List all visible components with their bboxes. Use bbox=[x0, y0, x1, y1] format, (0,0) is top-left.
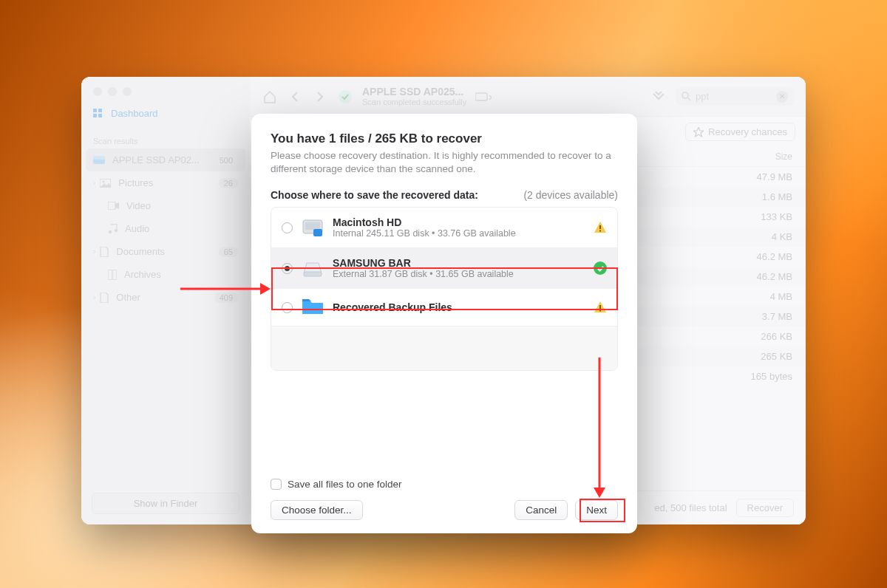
svg-rect-2 bbox=[93, 114, 97, 117]
recovery-modal: You have 1 files / 265 KB to recover Ple… bbox=[251, 114, 637, 533]
svg-point-15 bbox=[682, 92, 688, 98]
external-disk-icon bbox=[302, 259, 324, 278]
min-dot[interactable] bbox=[108, 87, 117, 96]
nav-fwd-icon[interactable] bbox=[312, 89, 328, 105]
footer-summary: ed, 500 files total bbox=[654, 502, 727, 513]
sidebar-item-label: Audio bbox=[125, 223, 149, 234]
cancel-button[interactable]: Cancel bbox=[514, 500, 568, 520]
star-icon bbox=[693, 127, 704, 137]
save-all-checkbox-row[interactable]: Save all files to one folder bbox=[271, 473, 618, 500]
next-button[interactable]: Next bbox=[575, 500, 618, 520]
sidebar-item-video[interactable]: Video bbox=[81, 194, 250, 217]
chevron-right-icon: › bbox=[93, 293, 95, 301]
sidebar-item-label: Other bbox=[116, 292, 140, 303]
destination-title: Recovered Backup Files bbox=[333, 301, 452, 313]
document-icon bbox=[100, 247, 109, 257]
recover-button[interactable]: Recover bbox=[736, 499, 794, 517]
sidebar-item-audio[interactable]: Audio bbox=[81, 217, 250, 240]
destination-title: SAMSUNG BAR bbox=[333, 257, 514, 269]
destination-option[interactable]: Macintosh HD Internal 245.11 GB disk • 3… bbox=[271, 208, 617, 247]
choose-folder-button[interactable]: Choose folder... bbox=[271, 500, 363, 520]
nav-back-icon[interactable] bbox=[287, 89, 303, 105]
audio-icon bbox=[108, 224, 118, 234]
folder-icon bbox=[302, 298, 324, 317]
svg-point-7 bbox=[103, 180, 105, 182]
disk-icon bbox=[93, 156, 105, 165]
show-in-finder-button[interactable]: Show in Finder bbox=[92, 493, 239, 514]
sidebar-item-count: 409 bbox=[214, 293, 238, 303]
show-in-finder-label: Show in Finder bbox=[134, 498, 198, 509]
svg-rect-14 bbox=[475, 93, 487, 100]
svg-rect-24 bbox=[599, 310, 601, 312]
warning-icon bbox=[594, 221, 607, 234]
archive-icon bbox=[108, 270, 117, 280]
radio[interactable] bbox=[282, 263, 293, 274]
save-all-label: Save all files to one folder bbox=[288, 479, 402, 490]
sidebar-section-header: Scan results bbox=[81, 125, 250, 148]
recovery-chances-label: Recovery chances bbox=[708, 126, 787, 137]
toolbar-subtitle: Scan completed successfully bbox=[362, 98, 466, 106]
destination-option-selected[interactable]: SAMSUNG BAR External 31.87 GB disk • 31.… bbox=[271, 247, 617, 288]
sidebar-item-label: Archives bbox=[124, 269, 161, 280]
destination-detail: Internal 245.11 GB disk • 33.76 GB avail… bbox=[333, 228, 516, 239]
recover-label: Recover bbox=[747, 502, 783, 513]
next-label: Next bbox=[586, 505, 607, 516]
window-traffic-lights bbox=[81, 77, 250, 102]
modal-actions: Choose folder... Cancel Next bbox=[271, 500, 618, 520]
svg-rect-19 bbox=[313, 229, 322, 236]
choose-label: Choose where to save the recovered data: bbox=[271, 189, 478, 201]
sidebar-item-count: 500 bbox=[214, 155, 238, 165]
radio[interactable] bbox=[282, 302, 293, 313]
modal-subtitle: Please choose recovery destination. It i… bbox=[271, 149, 618, 176]
svg-rect-20 bbox=[599, 225, 601, 229]
clear-search-icon[interactable]: ✕ bbox=[776, 91, 788, 103]
video-icon bbox=[108, 202, 119, 210]
picture-icon bbox=[100, 179, 111, 188]
svg-point-9 bbox=[109, 230, 112, 233]
sidebar-item-label: Pictures bbox=[118, 177, 153, 188]
devices-available: (2 devices available) bbox=[523, 189, 618, 201]
destination-list: Macintosh HD Internal 245.11 GB disk • 3… bbox=[271, 207, 618, 371]
svg-rect-3 bbox=[98, 114, 102, 117]
cancel-label: Cancel bbox=[526, 505, 557, 516]
search-text: ppt bbox=[696, 91, 709, 102]
sidebar-item-pictures[interactable]: › Pictures 26 bbox=[81, 171, 250, 194]
svg-line-16 bbox=[687, 98, 690, 100]
destination-filler bbox=[271, 326, 617, 370]
search-icon bbox=[682, 92, 691, 101]
destination-option[interactable]: Recovered Backup Files bbox=[271, 288, 617, 326]
home-icon[interactable] bbox=[262, 89, 278, 105]
sidebar: Dashboard Scan results APPLE SSD AP02...… bbox=[81, 77, 250, 524]
sidebar-dashboard-label: Dashboard bbox=[111, 108, 158, 119]
toolbar-title: APPLE SSD AP025... Scan completed succes… bbox=[362, 86, 466, 106]
sidebar-dashboard[interactable]: Dashboard bbox=[81, 102, 250, 125]
svg-rect-21 bbox=[599, 230, 601, 232]
radio[interactable] bbox=[282, 222, 293, 233]
toolbar: APPLE SSD AP025... Scan completed succes… bbox=[250, 77, 806, 117]
svg-rect-23 bbox=[599, 305, 601, 309]
svg-point-10 bbox=[115, 228, 118, 232]
grid-icon bbox=[93, 109, 103, 119]
destination-title: Macintosh HD bbox=[333, 216, 516, 228]
sidebar-item-disk[interactable]: APPLE SSD AP02... 500 bbox=[86, 148, 245, 171]
destination-detail: External 31.87 GB disk • 31.65 GB availa… bbox=[333, 269, 514, 279]
view-mode-icon[interactable] bbox=[475, 89, 492, 105]
sidebar-item-documents[interactable]: › Documents 65 bbox=[81, 240, 250, 263]
svg-rect-18 bbox=[305, 222, 320, 230]
sidebar-item-label: Video bbox=[126, 200, 151, 211]
scan-ok-icon bbox=[337, 89, 353, 105]
sidebar-item-label: Documents bbox=[116, 246, 165, 257]
sidebar-item-other[interactable]: › Other 409 bbox=[81, 286, 250, 309]
toolbar-title-text: APPLE SSD AP025... bbox=[362, 86, 466, 98]
search-field[interactable]: ppt ✕ bbox=[676, 88, 794, 106]
checkbox[interactable] bbox=[271, 479, 282, 490]
svg-rect-1 bbox=[98, 109, 102, 112]
chevron-right-icon: › bbox=[93, 179, 95, 187]
overflow-icon[interactable] bbox=[650, 89, 667, 105]
internal-disk-icon bbox=[302, 218, 324, 237]
recovery-chances-button[interactable]: Recovery chances bbox=[685, 123, 795, 141]
col-size: Size bbox=[729, 151, 792, 162]
close-dot[interactable] bbox=[93, 87, 102, 96]
sidebar-item-archives[interactable]: Archives bbox=[81, 263, 250, 286]
max-dot[interactable] bbox=[123, 87, 132, 96]
